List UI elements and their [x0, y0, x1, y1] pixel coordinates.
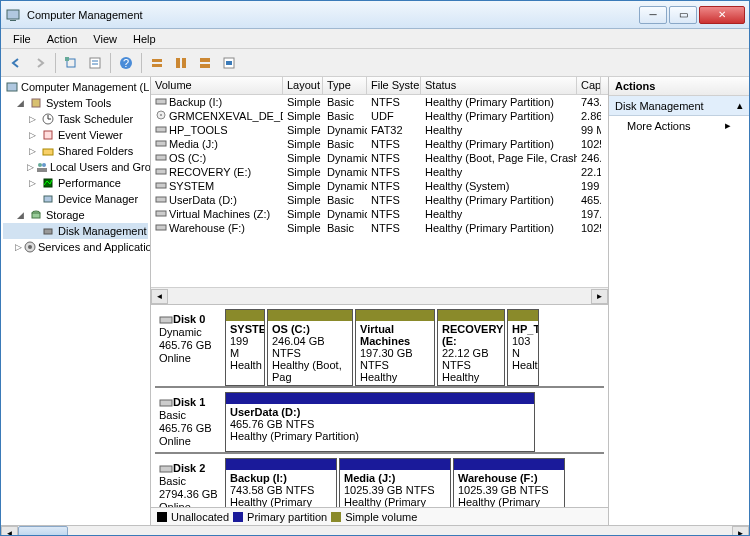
svg-rect-44	[156, 225, 166, 230]
menu-action[interactable]: Action	[39, 31, 86, 47]
tree-shared-folders[interactable]: ▷Shared Folders	[3, 143, 148, 159]
volume-row[interactable]: Warehouse (F:)SimpleBasicNTFSHealthy (Pr…	[151, 221, 608, 235]
svg-rect-40	[156, 169, 166, 174]
svg-rect-34	[156, 99, 166, 104]
partition[interactable]: UserData (D:)465.76 GB NTFSHealthy (Prim…	[225, 392, 535, 452]
volume-row[interactable]: GRMCENXEVAL_DE_DVD (SimpleBasicUDFHealth…	[151, 109, 608, 123]
svg-rect-31	[44, 229, 52, 234]
scroll-right-icon[interactable]: ►	[591, 289, 608, 304]
volume-row[interactable]: Media (J:)SimpleBasicNTFSHealthy (Primar…	[151, 137, 608, 151]
svg-rect-0	[7, 10, 19, 19]
back-button[interactable]	[5, 52, 27, 74]
partition[interactable]: Backup (I:)743.58 GB NTFSHealthy (Primar…	[225, 458, 337, 507]
tree-storage[interactable]: ◢Storage	[3, 207, 148, 223]
tree-task-scheduler[interactable]: ▷Task Scheduler	[3, 111, 148, 127]
actions-disk-management[interactable]: Disk Management▴	[609, 96, 749, 116]
svg-point-24	[38, 163, 42, 167]
svg-rect-14	[200, 64, 210, 68]
svg-rect-9	[152, 59, 162, 62]
partition[interactable]: RECOVERY (E:22.12 GB NTFSHealthy	[437, 309, 505, 386]
scroll-left-icon[interactable]: ◄	[1, 526, 18, 536]
maximize-button[interactable]: ▭	[669, 6, 697, 24]
view-graphical-icon[interactable]	[170, 52, 192, 74]
menu-file[interactable]: File	[5, 31, 39, 47]
svg-rect-38	[156, 141, 166, 146]
svg-rect-41	[156, 183, 166, 188]
volume-row[interactable]: OS (C:)SimpleDynamicNTFSHealthy (Boot, P…	[151, 151, 608, 165]
svg-rect-37	[156, 127, 166, 132]
partition[interactable]: HP_T103 NHealt	[507, 309, 539, 386]
svg-rect-42	[156, 197, 166, 202]
legend: Unallocated Primary partition Simple vol…	[151, 507, 608, 525]
tree-system-tools[interactable]: ◢System Tools	[3, 95, 148, 111]
disk-header: Disk 0Dynamic465.76 GBOnline	[155, 309, 225, 386]
col-type[interactable]: Type	[323, 77, 367, 94]
scroll-left-icon[interactable]: ◄	[151, 289, 168, 304]
tree-performance[interactable]: ▷Performance	[3, 175, 148, 191]
partition[interactable]: Virtual Machines197.30 GB NTFSHealthy	[355, 309, 435, 386]
col-capacity[interactable]: Cap	[577, 77, 601, 94]
disk-row[interactable]: Disk 0Dynamic465.76 GBOnlineSYSTE199 MHe…	[155, 309, 604, 388]
properties-icon[interactable]	[84, 52, 106, 74]
volume-scrollbar[interactable]: ◄ ►	[151, 287, 608, 304]
svg-rect-30	[32, 213, 40, 218]
volume-row[interactable]: Virtual Machines (Z:)SimpleDynamicNTFSHe…	[151, 207, 608, 221]
disk-row[interactable]: Disk 1Basic465.76 GBOnlineUserData (D:)4…	[155, 392, 604, 454]
settings-icon[interactable]	[218, 52, 240, 74]
graphical-view[interactable]: Disk 0Dynamic465.76 GBOnlineSYSTE199 MHe…	[151, 304, 608, 507]
tree-local-users[interactable]: ▷Local Users and Groups	[3, 159, 148, 175]
legend-swatch-simple	[331, 512, 341, 522]
disk-header: Disk 2Basic2794.36 GBOnline	[155, 458, 225, 507]
actions-more[interactable]: More Actions▸	[609, 116, 749, 135]
partition[interactable]: Warehouse (F:)1025.39 GB NTFSHealthy (Pr…	[453, 458, 565, 507]
svg-rect-13	[200, 58, 210, 62]
svg-rect-17	[7, 83, 17, 91]
svg-point-33	[28, 245, 32, 249]
volume-row[interactable]: HP_TOOLSSimpleDynamicFAT32Healthy99 M	[151, 123, 608, 137]
tree-device-manager[interactable]: Device Manager	[3, 191, 148, 207]
svg-rect-12	[182, 58, 186, 68]
app-icon	[5, 7, 21, 23]
svg-point-25	[42, 163, 46, 167]
tree-event-viewer[interactable]: ▷Event Viewer	[3, 127, 148, 143]
close-button[interactable]: ✕	[699, 6, 745, 24]
legend-swatch-unallocated	[157, 512, 167, 522]
forward-button[interactable]	[29, 52, 51, 74]
partition[interactable]: Media (J:)1025.39 GB NTFSHealthy (Primar…	[339, 458, 451, 507]
minimize-button[interactable]: ─	[639, 6, 667, 24]
menu-help[interactable]: Help	[125, 31, 164, 47]
svg-rect-16	[226, 61, 232, 65]
bottom-scrollbar[interactable]: ◄ ►	[1, 525, 749, 536]
volume-row[interactable]: UserData (D:)SimpleBasicNTFSHealthy (Pri…	[151, 193, 608, 207]
col-status[interactable]: Status	[421, 77, 577, 94]
svg-rect-1	[10, 20, 16, 21]
volume-row[interactable]: RECOVERY (E:)SimpleDynamicNTFSHealthy22.…	[151, 165, 608, 179]
disk-row[interactable]: Disk 2Basic2794.36 GBOnlineBackup (I:)74…	[155, 458, 604, 507]
svg-text:?: ?	[123, 57, 129, 69]
col-filesystem[interactable]: File System	[367, 77, 421, 94]
actions-title: Actions	[609, 77, 749, 96]
disk-header: Disk 1Basic465.76 GBOnline	[155, 392, 225, 452]
svg-rect-46	[160, 400, 172, 406]
tree-disk-management[interactable]: Disk Management	[3, 223, 148, 239]
col-layout[interactable]: Layout	[283, 77, 323, 94]
svg-rect-47	[160, 466, 172, 472]
refresh-icon[interactable]	[60, 52, 82, 74]
partition[interactable]: OS (C:)246.04 GB NTFSHealthy (Boot, Pag	[267, 309, 353, 386]
volume-list[interactable]: Backup (I:)SimpleBasicNTFSHealthy (Prima…	[151, 95, 608, 287]
tree-root[interactable]: Computer Management (Local	[3, 79, 148, 95]
svg-rect-18	[32, 99, 40, 107]
partition[interactable]: SYSTE199 MHealth	[225, 309, 265, 386]
help-icon[interactable]: ?	[115, 52, 137, 74]
scroll-right-icon[interactable]: ►	[732, 526, 749, 536]
volume-row[interactable]: SYSTEMSimpleDynamicNTFSHealthy (System)1…	[151, 179, 608, 193]
col-volume[interactable]: Volume	[151, 77, 283, 94]
tree-services[interactable]: ▷Services and Applications	[3, 239, 148, 255]
menu-view[interactable]: View	[85, 31, 125, 47]
view-list-icon[interactable]	[146, 52, 168, 74]
scroll-thumb[interactable]	[18, 526, 68, 536]
view-all-icon[interactable]	[194, 52, 216, 74]
volume-row[interactable]: Backup (I:)SimpleBasicNTFSHealthy (Prima…	[151, 95, 608, 109]
svg-rect-43	[156, 211, 166, 216]
svg-rect-4	[90, 58, 100, 68]
